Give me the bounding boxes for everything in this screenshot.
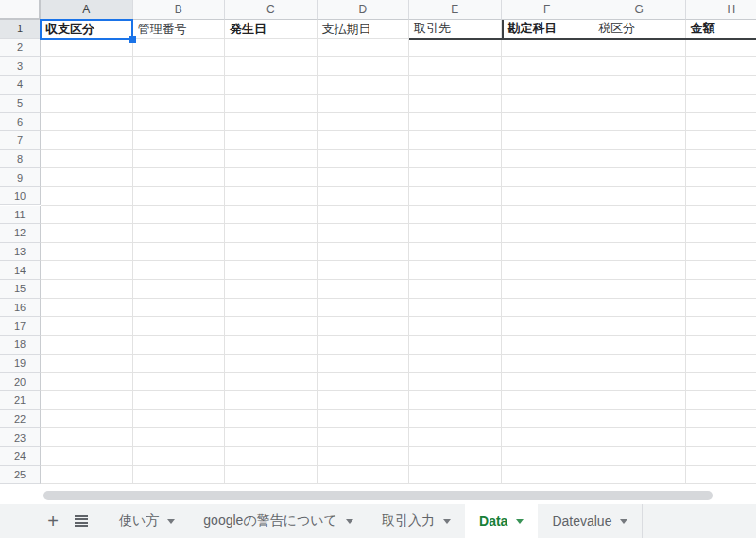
cell-E1[interactable]: 取引先	[409, 20, 502, 40]
sheet-grid: ABCDEFGH 1234567891011121314151617181920…	[0, 0, 756, 485]
sheet-tab-label: 使い方	[119, 512, 159, 529]
row-header-9[interactable]: 9	[0, 168, 41, 187]
row-header-25[interactable]: 25	[0, 466, 41, 485]
row-header-7[interactable]: 7	[0, 131, 41, 150]
gridline-horizontal	[41, 316, 756, 317]
column-header-E[interactable]: E	[409, 0, 502, 20]
gridline-horizontal	[41, 56, 756, 57]
column-header-C[interactable]: C	[225, 0, 318, 20]
select-all-corner[interactable]	[0, 0, 41, 20]
sheet-tab-label: 取引入力	[382, 512, 435, 529]
gridline-horizontal	[41, 409, 756, 410]
gridline-horizontal	[41, 205, 756, 206]
gridline-horizontal	[41, 465, 756, 466]
sheet-tab-3[interactable]: 取引入力	[368, 504, 465, 538]
gridline-vertical	[593, 20, 593, 484]
tab-dropdown-icon[interactable]	[346, 519, 353, 524]
tab-dropdown-icon[interactable]	[167, 519, 175, 524]
spreadsheet-app: ABCDEFGH 1234567891011121314151617181920…	[0, 0, 756, 538]
gridline-horizontal	[41, 149, 756, 150]
gridline-vertical	[408, 20, 409, 484]
row-header-19[interactable]: 19	[0, 355, 41, 373]
row-header-8[interactable]: 8	[0, 150, 41, 169]
column-header-B[interactable]: B	[133, 0, 226, 20]
row-header-18[interactable]: 18	[0, 336, 41, 355]
row-header-17[interactable]: 17	[0, 317, 41, 336]
cell-G1[interactable]: 税区分	[593, 20, 686, 40]
gridline-horizontal	[41, 186, 756, 187]
gridline-horizontal	[41, 130, 756, 131]
row-header-4[interactable]: 4	[0, 76, 41, 95]
gridline-horizontal	[41, 372, 756, 373]
row-header-15[interactable]: 15	[0, 280, 41, 299]
add-sheet-button[interactable]: +	[39, 507, 67, 535]
tab-dropdown-icon[interactable]	[516, 519, 524, 524]
gridline-horizontal	[41, 260, 756, 261]
gridline-horizontal	[41, 75, 756, 76]
sheet-tab-label: Datevalue	[552, 513, 611, 529]
gridline-horizontal	[41, 354, 756, 355]
plus-icon: +	[47, 512, 59, 530]
cell-F1[interactable]: 勘定科目	[502, 20, 594, 40]
column-header-A[interactable]: A	[41, 0, 133, 20]
gridline-vertical	[224, 20, 225, 484]
gridline-horizontal	[41, 242, 756, 243]
sheet-tab-2[interactable]: googleの警告について	[189, 504, 368, 538]
horizontal-scrollbar[interactable]	[0, 485, 756, 504]
row-header-13[interactable]: 13	[0, 243, 41, 262]
scrollbar-thumb[interactable]	[43, 491, 713, 500]
row-header-23[interactable]: 23	[0, 428, 41, 447]
gridline-horizontal	[41, 223, 756, 224]
row-header-22[interactable]: 22	[0, 410, 41, 429]
gridline-horizontal	[41, 94, 756, 95]
sheet-list-icon	[75, 515, 88, 527]
row-header-12[interactable]: 12	[0, 224, 41, 243]
gridline-horizontal	[41, 167, 756, 168]
gridline-horizontal	[41, 427, 756, 428]
row-header-2[interactable]: 2	[0, 39, 41, 58]
gridline-vertical	[685, 20, 686, 484]
row-header-5[interactable]: 5	[0, 95, 41, 113]
row-header-24[interactable]: 24	[0, 447, 41, 466]
sheet-tab-4[interactable]: Data	[465, 504, 538, 538]
cell-B1[interactable]: 管理番号	[133, 20, 226, 39]
row-header-20[interactable]: 20	[0, 373, 41, 391]
cell-A1[interactable]: 収支区分	[41, 20, 133, 39]
gridline-horizontal	[41, 390, 756, 391]
cell-H1[interactable]: 金額	[686, 20, 756, 40]
gridline-vertical	[317, 20, 318, 484]
gridline-horizontal	[41, 298, 756, 299]
sheet-tab-label: googleの警告について	[203, 512, 337, 529]
cell-C1[interactable]: 発生日	[225, 20, 318, 39]
sheet-tabs: 使い方googleの警告について取引入力DataDatevalue	[105, 504, 642, 538]
column-header-D[interactable]: D	[318, 0, 410, 20]
sheet-tab-bar: + 使い方googleの警告について取引入力DataDatevalue	[0, 504, 756, 538]
gridline-horizontal	[41, 335, 756, 336]
column-header-H[interactable]: H	[686, 0, 756, 20]
row-header-21[interactable]: 21	[0, 391, 41, 410]
gridline-horizontal	[41, 279, 756, 280]
row-header-14[interactable]: 14	[0, 261, 41, 280]
row-header-16[interactable]: 16	[0, 299, 41, 318]
tab-dropdown-icon[interactable]	[443, 519, 451, 524]
cell-D1[interactable]: 支払期日	[318, 20, 410, 39]
row-header-1[interactable]: 1	[0, 20, 41, 39]
sheet-tab-1[interactable]: 使い方	[105, 504, 189, 538]
gridline-vertical	[132, 20, 133, 484]
row-header-6[interactable]: 6	[0, 113, 41, 131]
row-header-11[interactable]: 11	[0, 206, 41, 225]
column-header-F[interactable]: F	[502, 0, 594, 20]
gridline-horizontal	[41, 446, 756, 447]
sheet-tab-5[interactable]: Datevalue	[538, 504, 642, 538]
sheet-tab-label: Data	[479, 513, 507, 529]
column-header-G[interactable]: G	[593, 0, 686, 20]
row-header-3[interactable]: 3	[0, 57, 41, 76]
gridline-vertical	[501, 20, 502, 484]
gridline-horizontal	[41, 112, 756, 113]
tab-dropdown-icon[interactable]	[620, 519, 627, 524]
row-header-10[interactable]: 10	[0, 187, 41, 206]
fill-handle-icon[interactable]	[129, 36, 136, 43]
tab-separator	[642, 504, 643, 538]
all-sheets-button[interactable]	[67, 507, 95, 535]
